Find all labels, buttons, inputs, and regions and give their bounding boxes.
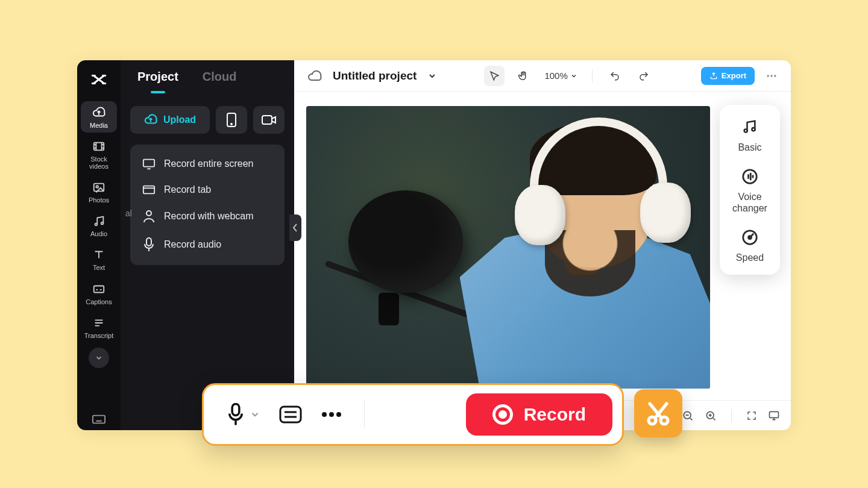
export-icon — [709, 72, 718, 80]
rail-transcript-label: Transcript — [84, 332, 114, 339]
cursor-tool[interactable] — [484, 66, 505, 86]
more-menu[interactable] — [763, 70, 780, 82]
effects-speed[interactable]: Speed — [736, 228, 764, 263]
phone-icon — [226, 112, 237, 128]
panel-collapse-handle[interactable] — [289, 214, 301, 241]
present-button[interactable] — [768, 410, 780, 421]
phone-source-button[interactable] — [216, 106, 247, 134]
gauge-icon — [741, 228, 759, 246]
zoom-level[interactable]: 100% — [544, 70, 577, 81]
left-rail: Media Stock videos Photos Audio Text Cap… — [77, 60, 121, 430]
svg-point-4 — [101, 222, 104, 225]
tab-project[interactable]: Project — [137, 70, 178, 87]
rail-transcript[interactable]: Transcript — [81, 311, 117, 343]
cut-badge[interactable] — [634, 389, 682, 437]
record-webcam[interactable]: Record with webcam — [134, 202, 281, 230]
record-menu: Record entire screen Record tab Record w… — [130, 145, 285, 265]
canvas-wrap — [294, 92, 791, 400]
music-note-icon — [741, 118, 759, 136]
rail-media[interactable]: Media — [81, 101, 117, 133]
zoom-in-button[interactable] — [705, 410, 717, 422]
svg-rect-9 — [262, 116, 272, 124]
monitor-icon — [142, 158, 156, 170]
rail-captions[interactable]: Captions — [81, 278, 117, 309]
project-title[interactable]: Untitled project — [333, 69, 417, 83]
tab-cloud[interactable]: Cloud — [203, 70, 237, 87]
rail-audio[interactable]: Audio — [81, 210, 117, 241]
effects-basic-label: Basic — [738, 142, 761, 153]
svg-point-15 — [770, 75, 772, 77]
chevron-down-icon — [250, 409, 260, 420]
upload-label: Upload — [163, 114, 196, 125]
record-webcam-label: Record with webcam — [164, 211, 254, 222]
rail-captions-label: Captions — [86, 298, 112, 305]
svg-rect-13 — [146, 238, 151, 246]
divider — [731, 409, 732, 422]
svg-rect-25 — [232, 404, 239, 415]
film-icon — [92, 140, 105, 153]
record-dot-icon — [492, 404, 513, 425]
svg-point-20 — [744, 129, 747, 132]
record-more-button[interactable] — [321, 411, 342, 418]
preview-canvas[interactable] — [306, 106, 710, 389]
zoom-out-button[interactable] — [682, 410, 694, 422]
camera-source-button[interactable] — [253, 106, 285, 134]
effects-panel: Basic Voice changer Speed — [720, 105, 780, 275]
svg-point-21 — [752, 128, 755, 131]
record-audio[interactable]: Record audio — [134, 230, 281, 259]
cloud-upload-icon — [92, 106, 105, 119]
svg-point-3 — [95, 224, 98, 226]
undo-button[interactable] — [605, 66, 625, 86]
microphone-icon — [227, 403, 245, 426]
svg-rect-5 — [94, 286, 104, 292]
record-entire-screen[interactable]: Record entire screen — [134, 151, 281, 177]
transcript-icon — [92, 316, 105, 330]
redo-button[interactable] — [634, 66, 654, 86]
tab-icon — [142, 184, 156, 195]
effects-basic[interactable]: Basic — [738, 118, 761, 153]
divider — [592, 69, 593, 83]
svg-point-12 — [146, 211, 151, 216]
text-icon — [92, 248, 105, 261]
main-area: Untitled project 100% Export — [294, 60, 791, 430]
rail-more-button[interactable] — [89, 348, 109, 368]
captions-icon — [92, 283, 105, 296]
effects-voice-changer[interactable]: Voice changer — [732, 167, 767, 214]
scissors-icon — [644, 399, 673, 428]
mic-source-select[interactable] — [227, 403, 260, 426]
svg-point-28 — [329, 412, 334, 417]
record-floating-bar: Record — [202, 383, 624, 446]
svg-point-8 — [231, 124, 232, 125]
svg-rect-0 — [94, 143, 104, 151]
hand-tool[interactable] — [513, 66, 533, 86]
upload-button[interactable]: Upload — [130, 106, 210, 134]
svg-point-14 — [767, 75, 769, 77]
record-tab[interactable]: Record tab — [134, 177, 281, 202]
cloud-sync-icon[interactable] — [305, 66, 324, 86]
cloud-upload-icon — [144, 113, 157, 127]
rail-stock-videos[interactable]: Stock videos — [81, 135, 117, 174]
topbar: Untitled project 100% Export — [294, 60, 791, 92]
app-window: Media Stock videos Photos Audio Text Cap… — [77, 60, 791, 430]
fullscreen-button[interactable] — [746, 410, 757, 421]
app-logo-icon — [90, 71, 107, 88]
export-button[interactable]: Export — [701, 67, 755, 85]
rail-text[interactable]: Text — [81, 243, 117, 275]
rail-photos[interactable]: Photos — [81, 176, 117, 207]
effects-voice-label: Voice changer — [732, 192, 767, 214]
media-panel: Project Cloud Upload al Record entire sc… — [121, 60, 294, 430]
rail-stock-label: Stock videos — [89, 155, 108, 170]
svg-point-29 — [336, 412, 341, 417]
voice-wave-icon — [741, 167, 759, 186]
keyboard-icon[interactable] — [89, 412, 109, 427]
teleprompter-button[interactable] — [278, 405, 303, 424]
title-dropdown-icon[interactable] — [427, 71, 437, 81]
microphone-icon — [142, 237, 156, 252]
record-button[interactable]: Record — [466, 393, 612, 436]
svg-rect-10 — [143, 160, 154, 167]
person-icon — [142, 210, 156, 223]
record-audio-label: Record audio — [164, 239, 221, 250]
image-icon — [92, 181, 105, 194]
record-tab-label: Record tab — [164, 184, 211, 195]
divider — [364, 401, 365, 428]
